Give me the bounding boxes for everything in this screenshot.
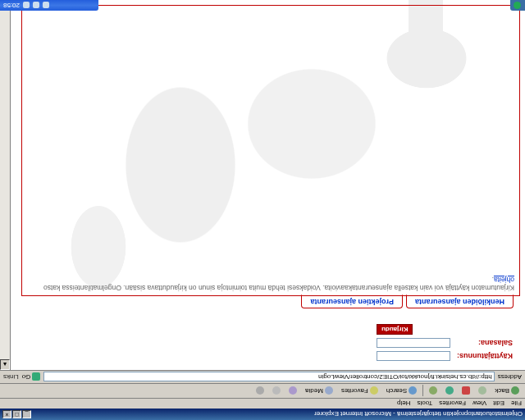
menu-help[interactable]: Help	[397, 400, 410, 408]
search-icon	[409, 387, 417, 395]
info-panel: Kirjautumaton käyttäjä voi vain katsella…	[21, 5, 520, 296]
tray-icon[interactable]	[23, 2, 30, 9]
go-label: Go	[22, 373, 31, 381]
maximize-button[interactable]: □	[12, 410, 21, 418]
password-input[interactable]	[377, 338, 450, 348]
home-icon	[429, 387, 437, 395]
search-label: Search	[386, 387, 407, 395]
back-label: Back	[495, 387, 509, 395]
taskbar-start-area[interactable]	[510, 0, 525, 11]
info-link[interactable]: ohjeita	[494, 276, 514, 284]
password-label: Salasana:	[454, 337, 515, 349]
window-title: Ohjelmistotuotantoprojektin tietojärjest…	[314, 411, 523, 418]
scroll-track[interactable]	[0, 11, 10, 359]
info-text: Kirjautumaton käyttäjä voi vain katsella…	[43, 284, 514, 292]
address-label: Address	[498, 373, 522, 381]
info-text-tail: .	[492, 276, 494, 284]
go-button[interactable]: Go	[22, 373, 41, 381]
media-icon	[325, 387, 333, 395]
search-button[interactable]: Search	[384, 386, 419, 396]
back-button[interactable]: Back	[492, 386, 522, 396]
scroll-up-button[interactable]: ▲	[0, 359, 10, 370]
window-titlebar: Ohjelmistotuotantoprojektin tietojärjest…	[0, 409, 525, 420]
forward-button[interactable]	[476, 386, 489, 396]
go-icon	[32, 373, 40, 381]
vertical-scrollbar[interactable]: ▲ ▼	[0, 0, 11, 370]
favorites-label: Favorites	[341, 387, 368, 395]
favorites-button[interactable]: Favorites	[339, 386, 381, 396]
tray-clock: 20:58	[3, 2, 20, 9]
tab-project-tracking[interactable]: Projektien ajanseuranta	[301, 294, 403, 308]
username-label: Käyttäjätunnus:	[454, 350, 515, 362]
start-icon	[514, 2, 522, 9]
system-tray: 20:58	[0, 0, 98, 11]
tray-icon[interactable]	[33, 2, 39, 9]
window-buttons: _ □ ×	[2, 410, 31, 418]
username-input[interactable]	[377, 351, 450, 361]
forward-icon	[478, 387, 486, 395]
links-label[interactable]: Links	[3, 373, 19, 381]
address-input[interactable]: http://db.cs.helsinki.fi/jnoukki/toi/OTI…	[43, 372, 494, 382]
back-icon	[511, 387, 519, 395]
page-content: Käyttäjätunnus: Salasana: Kirjaudu Henki…	[0, 0, 525, 370]
tray-icon[interactable]	[43, 2, 49, 9]
toolbar: Back Search Favorites Media	[0, 383, 525, 398]
menu-favorites[interactable]: Favorites	[439, 400, 466, 408]
menu-view[interactable]: View	[472, 400, 486, 408]
login-form: Käyttäjätunnus: Salasana: Kirjaudu	[372, 322, 517, 363]
tab-people-tracking[interactable]: Henkilöiden ajanseuranta	[406, 294, 514, 308]
refresh-button[interactable]	[443, 386, 456, 396]
media-button[interactable]: Media	[303, 386, 336, 396]
home-button[interactable]	[427, 386, 440, 396]
toolbar-separator	[422, 386, 423, 397]
tabs: Henkilöiden ajanseuranta Projektien ajan…	[301, 295, 514, 309]
stop-icon	[462, 387, 470, 395]
close-button[interactable]: ×	[2, 410, 11, 418]
print-button[interactable]	[253, 386, 267, 396]
history-button[interactable]	[286, 386, 299, 396]
media-label: Media	[305, 387, 323, 395]
favorites-icon	[370, 387, 378, 395]
mail-icon	[272, 387, 281, 395]
refresh-icon	[445, 387, 454, 395]
menu-file[interactable]: File	[511, 400, 522, 408]
menu-bar: File Edit View Favorites Tools Help	[0, 398, 525, 409]
minimize-button[interactable]: _	[22, 410, 31, 418]
menu-edit[interactable]: Edit	[493, 400, 504, 408]
mail-button[interactable]	[270, 386, 283, 396]
history-icon	[289, 387, 297, 395]
menu-tools[interactable]: Tools	[418, 400, 433, 408]
stop-button[interactable]	[459, 386, 472, 396]
print-icon	[256, 387, 264, 395]
address-bar: Address http://db.cs.helsinki.fi/jnoukki…	[0, 370, 525, 383]
login-button[interactable]: Kirjaudu	[377, 324, 413, 335]
